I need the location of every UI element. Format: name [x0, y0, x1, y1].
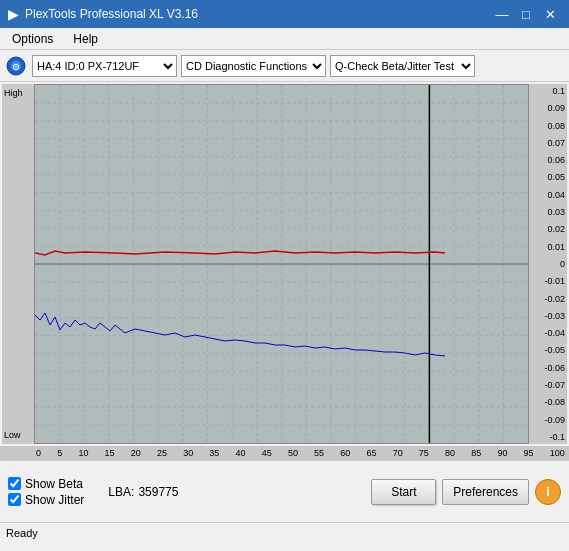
x-label-15: 15	[105, 448, 115, 458]
svg-text:⊙: ⊙	[12, 62, 20, 72]
test-select[interactable]: Q-Check Beta/Jitter Test	[330, 55, 475, 77]
y-right-label-11: -0.01	[531, 276, 565, 286]
checks-area: Show Beta Show Jitter	[8, 477, 84, 507]
x-label-0: 0	[36, 448, 41, 458]
lba-section: LBA: 359775	[108, 485, 178, 499]
x-label-70: 70	[393, 448, 403, 458]
device-select[interactable]: HA:4 ID:0 PX-712UF	[32, 55, 177, 77]
show-jitter-label[interactable]: Show Jitter	[25, 493, 84, 507]
x-label-65: 65	[366, 448, 376, 458]
x-label-55: 55	[314, 448, 324, 458]
show-beta-label[interactable]: Show Beta	[25, 477, 83, 491]
x-label-30: 30	[183, 448, 193, 458]
x-label-75: 75	[419, 448, 429, 458]
x-label-20: 20	[131, 448, 141, 458]
y-right-label-19: -0.09	[531, 415, 565, 425]
menu-help[interactable]: Help	[65, 30, 106, 48]
y-right-label-7: 0.03	[531, 207, 565, 217]
lba-label: LBA:	[108, 485, 134, 499]
show-jitter-checkbox[interactable]	[8, 493, 21, 506]
maximize-button[interactable]: □	[515, 5, 537, 23]
y-right-label-6: 0.04	[531, 190, 565, 200]
x-label-95: 95	[524, 448, 534, 458]
app-title: PlexTools Professional XL V3.16	[25, 7, 198, 21]
titlebar: ▶ PlexTools Professional XL V3.16 — □ ✕	[0, 0, 569, 28]
show-beta-row: Show Beta	[8, 477, 84, 491]
statusbar: Ready	[0, 522, 569, 542]
x-label-100: 100	[550, 448, 565, 458]
info-button[interactable]: i	[535, 479, 561, 505]
y-left-high: High	[4, 88, 32, 98]
preferences-button[interactable]: Preferences	[442, 479, 529, 505]
app-icon: ▶	[8, 6, 19, 22]
y-right-label-0: 0.1	[531, 86, 565, 96]
close-button[interactable]: ✕	[539, 5, 561, 23]
minimize-button[interactable]: —	[491, 5, 513, 23]
y-right-label-3: 0.07	[531, 138, 565, 148]
x-label-5: 5	[57, 448, 62, 458]
y-right-label-8: 0.02	[531, 224, 565, 234]
toolbar-icon: ⊙	[4, 54, 28, 78]
show-beta-checkbox[interactable]	[8, 477, 21, 490]
menubar: Options Help	[0, 28, 569, 50]
start-button[interactable]: Start	[371, 479, 436, 505]
x-label-85: 85	[471, 448, 481, 458]
buttons-right: Start Preferences i	[371, 479, 561, 505]
menu-options[interactable]: Options	[4, 30, 61, 48]
y-right-label-16: -0.06	[531, 363, 565, 373]
y-right-label-20: -0.1	[531, 432, 565, 442]
x-label-40: 40	[236, 448, 246, 458]
x-label-25: 25	[157, 448, 167, 458]
y-right-label-10: 0	[531, 259, 565, 269]
x-label-50: 50	[288, 448, 298, 458]
y-right-label-9: 0.01	[531, 242, 565, 252]
y-axis-right: 0.1 0.09 0.08 0.07 0.06 0.05 0.04 0.03 0…	[529, 84, 567, 444]
y-right-label-2: 0.08	[531, 121, 565, 131]
chart-inner	[34, 84, 529, 444]
show-jitter-row: Show Jitter	[8, 493, 84, 507]
chart-svg	[35, 85, 528, 443]
y-right-label-14: -0.04	[531, 328, 565, 338]
x-label-10: 10	[78, 448, 88, 458]
x-axis: 0 5 10 15 20 25 30 35 40 45 50 55 60 65 …	[0, 446, 569, 460]
titlebar-left: ▶ PlexTools Professional XL V3.16	[8, 6, 198, 22]
x-label-80: 80	[445, 448, 455, 458]
y-right-label-5: 0.05	[531, 172, 565, 182]
y-axis-left: High Low	[2, 84, 34, 444]
titlebar-controls: — □ ✕	[491, 5, 561, 23]
x-label-35: 35	[209, 448, 219, 458]
function-select[interactable]: CD Diagnostic Functions	[181, 55, 326, 77]
y-right-label-1: 0.09	[531, 103, 565, 113]
chart-container: High Low	[2, 84, 567, 444]
toolbar: ⊙ HA:4 ID:0 PX-712UF CD Diagnostic Funct…	[0, 50, 569, 82]
status-text: Ready	[6, 527, 38, 539]
y-right-label-12: -0.02	[531, 294, 565, 304]
x-label-90: 90	[497, 448, 507, 458]
lba-value: 359775	[138, 485, 178, 499]
y-right-label-15: -0.05	[531, 345, 565, 355]
x-label-45: 45	[262, 448, 272, 458]
y-right-label-18: -0.08	[531, 397, 565, 407]
x-label-60: 60	[340, 448, 350, 458]
y-right-label-4: 0.06	[531, 155, 565, 165]
y-right-label-13: -0.03	[531, 311, 565, 321]
y-left-low: Low	[4, 430, 32, 440]
y-right-label-17: -0.07	[531, 380, 565, 390]
bottom-panel: Show Beta Show Jitter LBA: 359775 Start …	[0, 460, 569, 522]
